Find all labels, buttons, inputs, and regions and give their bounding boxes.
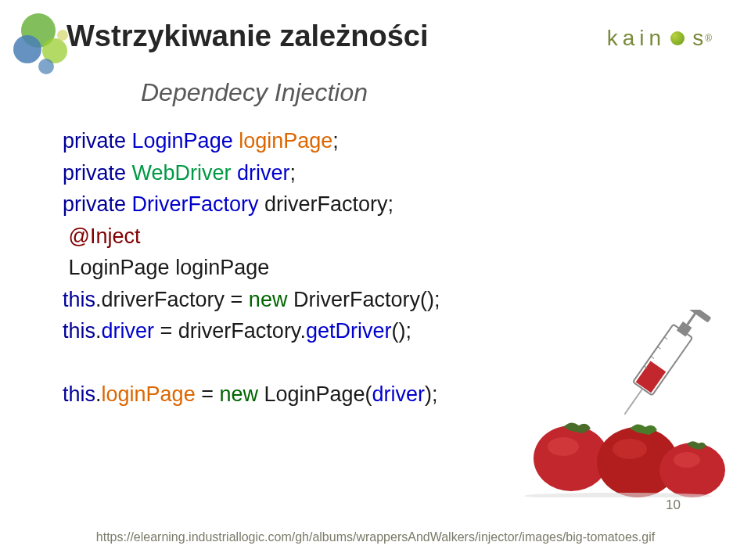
svg-line-10 [624,389,642,415]
code-line-1: private LoginPage loginPage; [63,125,440,157]
logo-letter-a: a [623,26,637,51]
page-number: 10 [666,497,681,513]
svg-line-12 [658,346,661,349]
tomato-syringe-image [516,310,728,497]
svg-rect-9 [682,310,711,323]
svg-line-8 [688,312,696,325]
registered-icon: ® [705,33,712,44]
svg-point-16 [548,437,579,456]
logo-letter-i: i [639,26,645,51]
svg-point-19 [659,443,725,497]
svg-point-20 [674,452,700,468]
footer-url: https://elearning.industriallogic.com/gh… [96,530,655,544]
slide-title: Wstrzykiwanie zależności [66,20,429,53]
code-line-6: this.driverFactory = new DriverFactory()… [63,284,440,316]
code-block: private LoginPage loginPage; private Web… [63,125,440,411]
code-line-blank [63,347,440,379]
code-line-5: LoginPage loginPage [63,252,440,284]
code-line-3: private DriverFactory driverFactory; [63,188,440,221]
footer: https://elearning.industriallogic.com/gh… [0,530,751,544]
svg-rect-7 [677,321,692,336]
logo-letter-s: s [692,26,705,51]
svg-point-18 [613,439,647,459]
svg-point-3 [38,59,54,74]
code-line-2: private WebDriver driver; [63,157,440,189]
logo-letter-n: n [649,26,663,51]
kainos-logo: k a i n s ® [607,20,712,51]
slide-header: Wstrzykiwanie zależności k a i n s ® [66,20,712,53]
slide-subtitle: Dependecy Injection [141,78,368,107]
code-line-4: @Inject [63,221,440,253]
logo-letter-k: k [607,26,620,51]
svg-line-13 [651,357,654,359]
code-line-8: this.loginPage = new LoginPage(driver); [63,379,440,411]
svg-line-11 [664,337,667,339]
svg-point-1 [13,35,41,63]
code-line-7: this.driver = driverFactory.getDriver(); [63,315,440,347]
logo-dot-icon [670,31,685,45]
